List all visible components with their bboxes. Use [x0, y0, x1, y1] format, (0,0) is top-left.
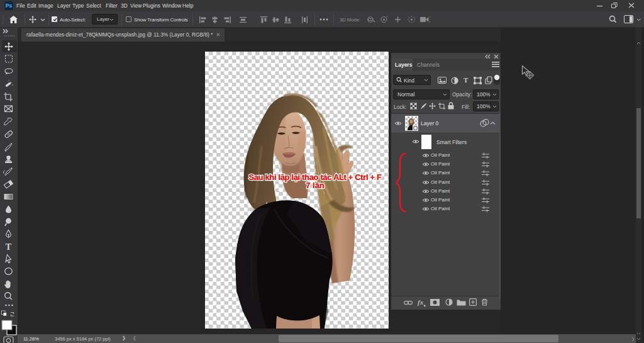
svg-text:T: T: [6, 242, 12, 252]
svg-text:fx: fx: [418, 298, 424, 306]
